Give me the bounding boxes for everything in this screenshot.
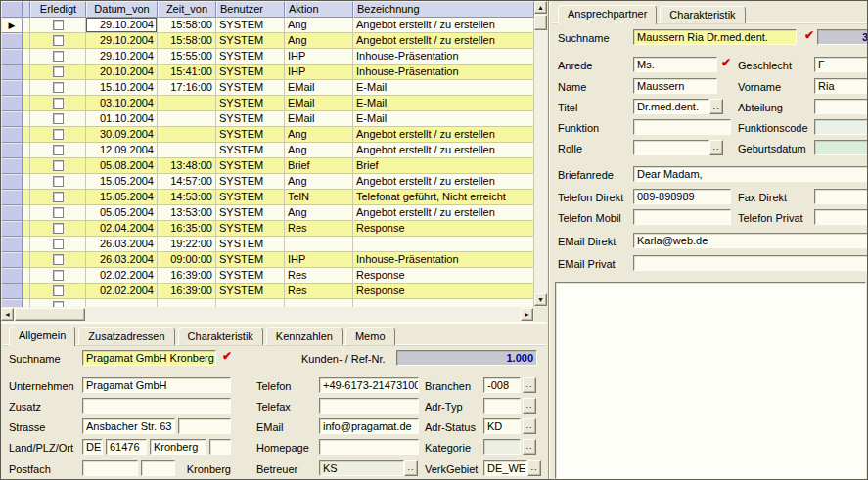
scroll-up-icon[interactable]: ▲	[534, 1, 547, 14]
adrtyp-lookup-icon[interactable]: ..	[523, 398, 536, 414]
email-privat-field[interactable]	[633, 255, 868, 271]
tab-zusatzadressen[interactable]: Zusatzadressen	[78, 327, 174, 345]
erledigt-cell[interactable]	[30, 111, 86, 127]
zusatz-field[interactable]	[82, 398, 231, 414]
table-row[interactable]: 30.09.2004 SYSTEM Ang Angebot erstellt /…	[1, 127, 534, 143]
kategorie-field[interactable]	[483, 439, 521, 455]
telefon-mobil-field[interactable]	[633, 209, 731, 225]
erledigt-cell[interactable]	[30, 65, 86, 80]
verkgebiet-field[interactable]: DE_WE	[483, 460, 527, 476]
row-selector[interactable]	[1, 143, 23, 158]
tab-memo[interactable]: Memo	[345, 327, 395, 345]
row-selector[interactable]	[1, 237, 23, 252]
table-row[interactable]: 01.10.2004 SYSTEM EMail E-Mail	[1, 111, 534, 127]
email-direkt-field[interactable]: Karla@web.de	[633, 233, 868, 248]
erledigt-checkbox[interactable]	[53, 129, 64, 140]
suchname-contact-field[interactable]: Maussern Ria Dr.med.dent.	[633, 29, 797, 45]
land-field[interactable]: DE	[82, 439, 103, 455]
table-row[interactable]: 26.03.2004 09:00:00 SYSTEM IHP Inhouse-P…	[1, 252, 534, 268]
ort-field[interactable]: Kronberg	[150, 439, 206, 455]
erledigt-checkbox[interactable]	[53, 239, 64, 249]
tab-ansprechpartner[interactable]: Ansprechpartner	[558, 5, 657, 24]
erledigt-checkbox[interactable]	[53, 82, 64, 93]
erledigt-checkbox[interactable]	[53, 145, 64, 155]
erledigt-checkbox[interactable]	[53, 192, 64, 202]
horizontal-scrollbar[interactable]: ◄ ►	[1, 307, 534, 322]
erledigt-checkbox[interactable]	[53, 66, 64, 77]
contact-memo-field[interactable]	[555, 282, 866, 479]
erledigt-cell[interactable]	[30, 158, 86, 174]
strasse2-field[interactable]	[178, 418, 231, 434]
tab-allgemein[interactable]: Allgemein	[9, 327, 75, 346]
postfach-field[interactable]	[82, 460, 138, 476]
kategorie-lookup-icon[interactable]: ..	[523, 439, 536, 455]
telefax-field[interactable]	[319, 398, 419, 414]
row-selector[interactable]	[1, 127, 23, 143]
table-row[interactable]: 05.05.2004 13:53:00 SYSTEM Ang Angebot e…	[1, 205, 534, 221]
vorname-field[interactable]: Ria	[814, 78, 868, 94]
plz-field[interactable]: 61476	[106, 439, 147, 455]
verkgebiet-lookup-icon[interactable]: ..	[527, 460, 541, 476]
table-row[interactable]: 05.08.2004 13:48:00 SYSTEM Brief Brief	[1, 158, 534, 174]
table-row[interactable]: 20.10.2004 15:41:00 SYSTEM IHP Inhouse-P…	[1, 65, 534, 80]
scroll-left-icon[interactable]: ◄	[1, 308, 14, 321]
adrstatus-lookup-icon[interactable]: ..	[523, 418, 536, 434]
table-row[interactable]: 02.04.2004 16:35:00 SYSTEM Res Response	[1, 221, 534, 237]
ort2-field[interactable]	[209, 439, 231, 455]
row-selector[interactable]	[1, 190, 23, 205]
homepage-field[interactable]	[319, 439, 419, 455]
row-selector[interactable]	[1, 299, 23, 307]
erledigt-checkbox[interactable]	[53, 270, 64, 281]
adrstatus-field[interactable]: KD	[483, 418, 521, 434]
anrede-field[interactable]: Ms.	[633, 57, 717, 72]
erledigt-cell[interactable]	[30, 143, 86, 158]
row-selector[interactable]	[1, 252, 23, 268]
erledigt-cell[interactable]	[30, 190, 86, 205]
table-row[interactable]: 26.03.2004 19:22:00 SYSTEM	[1, 237, 534, 252]
table-row[interactable]: 12.09.2004 SYSTEM Ang Angebot erstellt /…	[1, 143, 534, 158]
funktion-field[interactable]	[633, 119, 731, 135]
row-selector[interactable]: ▶	[1, 18, 23, 33]
erledigt-checkbox[interactable]	[53, 285, 64, 296]
erledigt-checkbox[interactable]	[53, 207, 64, 218]
row-selector[interactable]	[1, 65, 23, 80]
verify-check-icon[interactable]: ✔	[220, 350, 234, 364]
table-row[interactable]: 29.10.2004 15:55:00 SYSTEM IHP Inhouse-P…	[1, 49, 534, 65]
erledigt-cell[interactable]	[30, 96, 86, 111]
row-selector[interactable]	[1, 111, 23, 127]
erledigt-cell[interactable]	[30, 205, 86, 221]
row-selector[interactable]	[1, 221, 23, 237]
titel-field[interactable]: Dr.med.dent.	[633, 99, 709, 114]
erledigt-checkbox[interactable]	[53, 35, 64, 46]
table-row[interactable]: ▶ 29.10.2004 15:58:00 SYSTEM Ang Angebot…	[1, 18, 534, 33]
erledigt-cell[interactable]	[30, 221, 86, 237]
row-selector[interactable]	[1, 174, 23, 190]
row-selector[interactable]	[1, 268, 23, 284]
erledigt-cell[interactable]	[30, 80, 86, 96]
strasse-field[interactable]: Ansbacher Str. 63	[82, 418, 175, 434]
geschlecht-field[interactable]: F	[814, 57, 868, 72]
row-selector[interactable]	[1, 158, 23, 174]
email-company-field[interactable]: info@pragamat.de	[319, 418, 419, 434]
table-row[interactable]: 02.02.2004 16:39:00 SYSTEM Res Response	[1, 284, 534, 299]
erledigt-checkbox[interactable]	[53, 113, 64, 124]
geburtsdatum-field[interactable]	[814, 140, 868, 155]
verify-check-icon[interactable]: ✔	[802, 29, 816, 43]
row-selector[interactable]	[1, 49, 23, 65]
column-header-zeit[interactable]: Zeit_von	[158, 1, 216, 18]
rolle-lookup-icon[interactable]: ..	[709, 140, 723, 155]
adrtyp-field[interactable]	[483, 398, 521, 414]
column-header-bezeichnung[interactable]: Bezeichnung	[353, 1, 534, 18]
horizontal-scroll-thumb[interactable]	[15, 308, 85, 321]
column-header-aktion[interactable]: Aktion	[285, 1, 353, 18]
erledigt-cell[interactable]	[30, 268, 86, 284]
row-selector[interactable]	[1, 80, 23, 96]
briefanrede-field[interactable]: Dear Madam,	[633, 166, 868, 182]
abteilung-field[interactable]	[814, 99, 868, 114]
row-selector[interactable]	[1, 33, 23, 49]
table-row[interactable]: 15.05.2004 14:53:00 SYSTEM TelN Telefona…	[1, 190, 534, 205]
branchen-field[interactable]: -008	[483, 377, 521, 393]
vertical-scrollbar[interactable]: ▲ ▼	[534, 1, 547, 307]
erledigt-checkbox[interactable]	[53, 51, 64, 62]
fax-direkt-field[interactable]	[814, 189, 868, 204]
